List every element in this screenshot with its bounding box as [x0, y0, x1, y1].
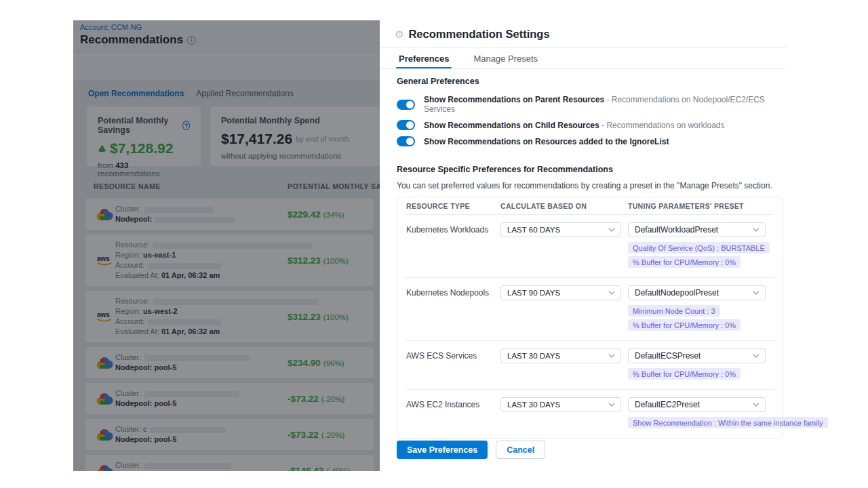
- calculate-based-on-select[interactable]: LAST 30 DAYS: [500, 348, 621, 363]
- toggle-switch[interactable]: [397, 120, 415, 130]
- calculate-based-on-select[interactable]: LAST 30 DAYS: [500, 397, 621, 412]
- preset-param-badge: % Buffer for CPU/Memory : 0%: [628, 256, 741, 268]
- preset-param-badge: Show Recommendation : Within the same in…: [628, 417, 828, 428]
- preset-param-badge: Quality Of Service (QoS) : BURSTABLE: [628, 242, 770, 253]
- column-resource-type: RESOURCE TYPE: [397, 202, 500, 210]
- save-preferences-button[interactable]: Save Preferences: [397, 441, 488, 459]
- prefs-row-aws-ec2-instances: AWS EC2 Instances LAST 30 DAYS DefaultEC…: [397, 390, 783, 438]
- toggle-switch[interactable]: [397, 136, 415, 146]
- recommendation-settings-modal: ⚙ Recommendation Settings Preferences Ma…: [380, 20, 787, 471]
- prefs-row-kubernetes-nodepools: Kubernetes Nodepools LAST 90 DAYS Defaul…: [397, 278, 783, 340]
- toggle-switch[interactable]: [397, 100, 415, 110]
- chevron-down-icon: [753, 403, 760, 407]
- resource-prefs-subtext: You can set preferred values for recomme…: [397, 181, 787, 190]
- preset-param-badge: Minimum Node Count : 3: [628, 305, 720, 317]
- column-calculate-based-on: CALCULATE BASED ON: [500, 202, 628, 210]
- settings-tabs: Preferences Manage Presets: [380, 48, 787, 68]
- tab-preferences[interactable]: Preferences: [399, 48, 449, 68]
- chevron-down-icon: [753, 354, 760, 358]
- toggle-row-parent-resources: Show Recommendations on Parent Resources…: [397, 95, 787, 114]
- resource-prefs-heading: Resource Specific Preferences for Recomm…: [397, 165, 787, 174]
- settings-title: Recommendation Settings: [408, 28, 549, 41]
- cancel-button[interactable]: Cancel: [496, 441, 545, 459]
- chevron-down-icon: [608, 291, 615, 295]
- prefs-table-header: RESOURCE TYPE CALCULATE BASED ON TUNING …: [397, 197, 783, 214]
- gear-icon: ⚙: [395, 29, 403, 39]
- prefs-row-aws-ecs-services: AWS ECS Services LAST 30 DAYS DefaultECS…: [397, 341, 783, 389]
- chevron-down-icon: [608, 354, 615, 358]
- chevron-down-icon: [753, 291, 760, 295]
- calculate-based-on-select[interactable]: LAST 90 DAYS: [500, 285, 621, 300]
- calculate-based-on-select[interactable]: LAST 60 DAYS: [500, 222, 621, 237]
- toggle-row-child-resources: Show Recommendations on Child Resources …: [397, 120, 787, 130]
- tab-manage-presets[interactable]: Manage Presets: [473, 48, 538, 68]
- general-preferences-heading: General Preferences: [397, 77, 787, 86]
- tuning-preset-select[interactable]: DefaultEC2Preset: [628, 397, 766, 412]
- column-tuning-preset: TUNING PARAMETERS' PRESET: [628, 202, 783, 210]
- resource-prefs-table: RESOURCE TYPE CALCULATE BASED ON TUNING …: [397, 197, 783, 439]
- toggle-row-ignorelist: Show Recommendations on Resources added …: [397, 136, 787, 146]
- chevron-down-icon: [608, 228, 615, 232]
- tuning-preset-select[interactable]: DefaultECSPreset: [628, 348, 766, 363]
- modal-backdrop[interactable]: [73, 20, 380, 471]
- tuning-preset-select[interactable]: DefaultWorkloadPreset: [628, 222, 766, 237]
- preset-param-badge: % Buffer for CPU/Memory : 0%: [628, 319, 741, 331]
- preset-param-badge: % Buffer for CPU/Memory : 0%: [628, 368, 741, 380]
- tuning-preset-select[interactable]: DefaultNodepoolPreset: [628, 285, 766, 300]
- chevron-down-icon: [753, 228, 760, 232]
- recommendations-page: Account: CCM-NG Recommendations i Open R…: [73, 20, 380, 471]
- prefs-row-kubernetes-workloads: Kubernetes Workloads LAST 60 DAYS Defaul…: [397, 215, 783, 277]
- chevron-down-icon: [608, 403, 615, 407]
